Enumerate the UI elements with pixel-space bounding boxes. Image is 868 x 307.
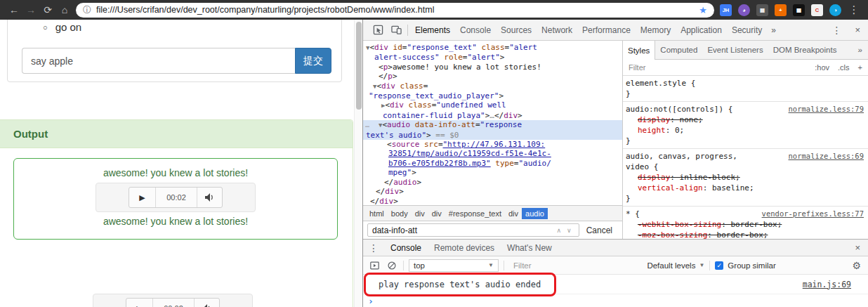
devtools-tab-memory[interactable]: Memory — [636, 20, 676, 41]
devtools-tab-security[interactable]: Security — [727, 20, 767, 41]
dom-tree-line[interactable]: ▼<div id="response_text" class="alert — [363, 43, 622, 53]
scrollbar-thumb[interactable] — [356, 22, 362, 110]
console-sidebar-icon[interactable] — [368, 256, 381, 274]
stylesheet-link[interactable]: normalize.less:69 — [783, 151, 864, 162]
dom-tree-line[interactable]: <p>awesome! you knew a lot stories! — [363, 63, 622, 72]
drawer-tab-remote-devices[interactable]: Remote devices — [428, 240, 501, 256]
crumb-div[interactable]: div — [428, 208, 445, 219]
back-button[interactable]: ← — [6, 0, 22, 20]
reload-button[interactable]: ⟳ — [39, 0, 56, 20]
dom-tree-line[interactable]: ▶<div class="undefined well — [363, 100, 622, 110]
dom-tree-line[interactable]: "response_text_audio_player"> — [363, 91, 622, 100]
dom-tree-line[interactable]: </audio> — [363, 178, 622, 187]
css-declaration[interactable]: -moz-box-sizing: border-box; — [626, 230, 864, 239]
extension-grid-icon[interactable]: ▦ — [756, 4, 768, 16]
extension-cors-icon[interactable]: C — [811, 4, 823, 16]
group-similar-checkbox[interactable]: ✓ — [715, 261, 723, 270]
dom-tree-line[interactable]: </div> — [363, 197, 622, 206]
search-prev-icon[interactable]: ∧ — [553, 227, 564, 234]
devtools-close-icon[interactable]: × — [847, 25, 868, 35]
css-declaration[interactable]: display: none; — [626, 115, 864, 125]
extension-qr-icon[interactable]: ▩ — [793, 4, 805, 16]
css-declaration[interactable]: vertical-align: baseline; — [626, 183, 864, 193]
forward-button[interactable]: → — [22, 0, 39, 20]
devtools-tab-performance[interactable]: Performance — [577, 20, 636, 41]
devtools-tab-network[interactable]: Network — [537, 20, 577, 41]
browser-menu-icon[interactable]: ⋮ — [846, 0, 862, 20]
extension-globe-icon[interactable]: ◑ — [829, 4, 841, 16]
extension-orange-icon[interactable]: + — [775, 4, 787, 16]
styles-more-tabs-chevron[interactable]: » — [853, 41, 868, 59]
bookmark-star-icon[interactable]: ★ — [699, 5, 707, 15]
search-cancel-button[interactable]: Cancel — [585, 226, 618, 235]
crumb-div[interactable]: div — [412, 208, 428, 219]
console-filter-input[interactable]: Filter — [509, 261, 642, 270]
dom-tree-line[interactable]: …▼<audio data-info-att="response — [363, 120, 622, 130]
play-button[interactable]: ▶ — [129, 188, 156, 207]
crumb-html[interactable]: html — [366, 208, 388, 219]
stylesheet-link[interactable]: vendor-prefixes.less:77 — [756, 209, 864, 219]
crumb--response-text[interactable]: #response_text — [445, 208, 505, 219]
dom-tree-line[interactable]: container-fluid playa">…</div> — [363, 111, 622, 120]
crumb-audio[interactable]: audio — [522, 208, 548, 219]
dom-tree-line[interactable]: text's audio"> == $0 — [363, 131, 622, 140]
stylesheet-link[interactable]: normalize.less:79 — [783, 104, 864, 115]
drawer-close-icon[interactable]: × — [847, 242, 868, 253]
search-next-icon[interactable]: ∨ — [564, 227, 574, 234]
page-info-icon[interactable]: ⓘ — [83, 4, 91, 16]
dom-tree-line[interactable]: alert-success" role="alert"> — [363, 53, 622, 62]
address-bar[interactable]: ⓘ file:///Users/crifan/dev/dev_root/comp… — [76, 3, 714, 18]
dom-tree-line[interactable]: <source src="http://47.96.131.109: — [363, 140, 622, 149]
devtools-tab-elements[interactable]: Elements — [410, 20, 455, 41]
home-button[interactable]: ⌂ — [56, 0, 73, 20]
css-declaration[interactable]: height: 0; — [626, 125, 864, 136]
search-input[interactable]: data-info-att ∧ ∨ — [367, 223, 579, 237]
styles-tab-event-listeners[interactable]: Event Listeners — [702, 41, 768, 59]
audio-player: ▶ 00:02 — [129, 187, 223, 208]
play-button-2[interactable]: ▶ — [126, 299, 153, 307]
css-declaration[interactable]: display: inline-block; — [626, 172, 864, 183]
devtools-tab-sources[interactable]: Sources — [496, 20, 537, 41]
drawer-tab-console[interactable]: Console — [384, 240, 428, 256]
styles-tab-computed[interactable]: Computed — [655, 41, 702, 59]
dom-tree-line[interactable]: mpeg"> — [363, 168, 622, 177]
console-log-row[interactable]: play response text's audio ended main.js… — [363, 275, 868, 294]
dom-tree-line[interactable]: 32851/tmp/audio/c11959cd-f51e-4e1c- — [363, 149, 622, 158]
submit-button[interactable]: 提交 — [295, 48, 331, 74]
drawer-tab-what-s-new[interactable]: What's New — [501, 240, 558, 256]
device-toolbar-icon[interactable] — [387, 20, 405, 40]
console-messages: play response text's audio ended main.js… — [363, 275, 868, 307]
crumb-div[interactable]: div — [505, 208, 522, 219]
extension-purple-icon[interactable]: ◕ — [738, 4, 750, 16]
inspect-element-icon[interactable] — [369, 20, 387, 40]
node-menu-dots-icon[interactable]: … — [365, 120, 369, 129]
console-prompt[interactable]: › — [363, 294, 868, 307]
devtools-menu-icon[interactable]: ⋮ — [826, 25, 847, 36]
dom-tree-line[interactable]: </div> — [363, 187, 622, 196]
css-declaration[interactable]: -webkit-box-sizing: border-box; — [626, 219, 864, 230]
volume-icon[interactable] — [197, 188, 222, 207]
group-similar-option[interactable]: ✓ Group similar — [715, 261, 775, 270]
extension-jh-icon[interactable]: JH — [720, 4, 732, 16]
pseudo-state-toggle[interactable]: :hov — [815, 63, 829, 72]
drawer-menu-icon[interactable]: ⋮ — [363, 242, 384, 254]
styles-filter-input[interactable]: Filter — [629, 63, 815, 72]
devtools-tab-application[interactable]: Application — [676, 20, 727, 41]
devtools-tab-console[interactable]: Console — [455, 20, 496, 41]
dom-tree-line[interactable]: b706-e705fdb22f8b.mp3" type="audio/ — [363, 159, 622, 168]
more-tabs-chevron[interactable]: » — [767, 25, 780, 35]
element-class-toggle[interactable]: .cls — [838, 63, 850, 72]
clear-console-icon[interactable] — [386, 256, 398, 274]
crumb-body[interactable]: body — [388, 208, 412, 219]
execution-context-selector[interactable]: top ▼ — [409, 259, 499, 272]
new-style-rule-button[interactable]: + — [858, 63, 862, 72]
dom-tree-line[interactable]: </p> — [363, 72, 622, 81]
dom-tree-line[interactable]: ▼<div class= — [363, 81, 622, 91]
console-source-link[interactable]: main.js:69 — [803, 280, 851, 289]
volume-icon-2[interactable] — [194, 299, 219, 307]
log-levels-dropdown[interactable]: Default levels ▼ — [647, 261, 704, 270]
console-settings-gear-icon[interactable]: ⚙ — [850, 260, 863, 271]
speech-text-input[interactable] — [22, 48, 295, 74]
styles-tab-dom-breakpoints[interactable]: DOM Breakpoints — [768, 41, 842, 59]
styles-tab-styles[interactable]: Styles — [623, 41, 655, 60]
